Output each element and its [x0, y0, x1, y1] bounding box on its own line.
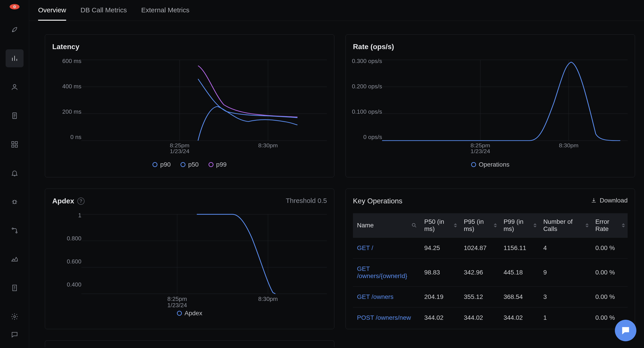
x-tick: 8:25pm	[170, 142, 190, 148]
y-tick: 600 ms	[50, 58, 82, 64]
x-tick: 1/23/24	[470, 148, 490, 154]
legend-item[interactable]: p50	[180, 161, 199, 168]
y-tick: 400 ms	[50, 83, 82, 90]
latency-y-axis: 600 ms 400 ms 200 ms 0 ns	[50, 58, 82, 140]
chat-fab-button[interactable]	[615, 320, 636, 341]
keyops-table: Name P50 (in ms) P95 (in ms) P99 (in ms)…	[353, 213, 628, 328]
x-tick: 1/23/24	[167, 302, 187, 309]
key-operations-card: Key Operations Download Name P50 (in ms)…	[346, 188, 635, 329]
sort-icon[interactable]	[533, 222, 537, 228]
legend-label: Operations	[479, 161, 510, 168]
sort-icon[interactable]	[493, 222, 497, 228]
col-label: P99 (in ms)	[504, 218, 524, 232]
cell-p99: 344.02	[500, 308, 539, 328]
cell-p95: 342.96	[460, 258, 499, 286]
cell-p50: 344.02	[420, 308, 460, 328]
help-icon[interactable]: ?	[77, 198, 84, 205]
rocket-icon[interactable]	[6, 21, 24, 38]
apdex-chart: 1 0.800 0.600 0.400	[52, 212, 327, 306]
col-name[interactable]: Name	[353, 213, 420, 238]
cell-p95: 1024.87	[460, 238, 499, 258]
svg-point-9	[12, 228, 13, 230]
download-button[interactable]: Download	[591, 197, 628, 204]
latency-plot-svg: 8:25pm 1/23/24 8:30pm	[82, 58, 327, 155]
x-tick: 8:25pm	[167, 296, 187, 302]
tab-external-metrics[interactable]: External Metrics	[141, 6, 190, 21]
legend-item[interactable]: p99	[208, 161, 227, 168]
user-icon[interactable]	[6, 78, 24, 96]
cell-p50: 98.83	[420, 258, 460, 286]
svg-point-10	[16, 232, 17, 233]
col-p50[interactable]: P50 (in ms)	[420, 213, 460, 238]
legend-marker-icon	[208, 162, 214, 167]
sort-icon[interactable]	[454, 222, 458, 228]
rate-legend: Operations	[353, 161, 628, 168]
legend-label: p50	[188, 161, 199, 168]
chat-icon[interactable]	[6, 326, 24, 344]
cell-p99: 368.54	[500, 286, 539, 308]
col-calls[interactable]: Number of Calls	[539, 213, 591, 238]
col-p95[interactable]: P95 (in ms)	[460, 213, 499, 238]
op-name-link[interactable]: GET /owners	[353, 286, 420, 308]
tab-db-call-metrics[interactable]: DB Call Metrics	[80, 6, 127, 21]
op-name-link[interactable]: GET /	[353, 238, 420, 258]
cell-p50: 94.25	[420, 238, 460, 258]
col-label: P95 (in ms)	[464, 218, 484, 232]
col-p99[interactable]: P99 (in ms)	[500, 213, 539, 238]
chat-bubble-icon	[620, 325, 631, 336]
y-tick: 0.200 ops/s	[351, 83, 382, 90]
search-icon[interactable]	[411, 222, 417, 228]
bug-icon[interactable]	[6, 193, 24, 211]
table-row: POST /owners/new 344.02 344.02 344.02 1 …	[353, 308, 628, 328]
cell-err: 0.00 %	[591, 258, 628, 286]
document-icon[interactable]	[6, 107, 24, 125]
apdex-plot-svg: 8:25pm 1/23/24 8:30pm	[82, 212, 327, 310]
legend-marker-icon	[471, 162, 476, 167]
op-name-link[interactable]: POST /owners/new	[353, 308, 420, 328]
rail-bottom-group	[6, 326, 24, 348]
cell-p99: 1156.11	[500, 238, 539, 258]
cell-calls: 4	[539, 238, 591, 258]
bell-icon[interactable]	[6, 164, 24, 182]
op-name-link[interactable]: GET /owners/{ownerId}	[353, 258, 420, 286]
main-column: Overview DB Call Metrics External Metric…	[29, 0, 644, 348]
svg-point-12	[14, 316, 16, 318]
legend-item[interactable]: Operations	[471, 161, 510, 168]
gear-icon[interactable]	[6, 308, 24, 326]
cell-p95: 344.02	[460, 308, 499, 328]
svg-rect-4	[12, 142, 14, 144]
apdex-legend: Apdex	[52, 310, 327, 317]
y-tick: 0 ns	[50, 134, 82, 140]
x-tick: 8:30pm	[258, 142, 278, 148]
y-tick: 0.800	[50, 235, 82, 242]
receipt-icon[interactable]	[6, 279, 24, 297]
y-tick: 0 ops/s	[351, 134, 382, 140]
rail-top-group	[6, 21, 24, 326]
y-tick: 200 ms	[50, 108, 82, 115]
y-tick: 0.300 ops/s	[351, 58, 382, 64]
legend-item[interactable]: p90	[152, 161, 171, 168]
x-tick: 1/23/24	[170, 148, 190, 154]
apdex-card: Apdex ? Threshold 0.5 1 0.800 0.600 0.40…	[45, 188, 334, 329]
legend-marker-icon	[177, 311, 182, 316]
legend-item[interactable]: Apdex	[177, 310, 202, 317]
sort-icon[interactable]	[585, 222, 589, 228]
col-label: Error Rate	[595, 218, 609, 232]
area-chart-icon[interactable]	[6, 250, 24, 268]
tab-bar: Overview DB Call Metrics External Metric…	[29, 0, 644, 21]
col-label: Number of Calls	[543, 218, 573, 232]
col-error-rate[interactable]: Error Rate	[591, 213, 628, 238]
svg-rect-5	[15, 142, 17, 144]
dashboard-icon[interactable]	[6, 136, 24, 153]
rate-title: Rate (ops/s)	[353, 42, 628, 51]
cell-calls: 1	[539, 308, 591, 328]
x-tick: 8:25pm	[470, 142, 490, 148]
sort-icon[interactable]	[621, 222, 626, 228]
next-card-stub	[45, 340, 334, 347]
tab-overview[interactable]: Overview	[38, 6, 66, 21]
app-logo[interactable]	[10, 4, 20, 10]
legend-marker-icon	[180, 162, 186, 167]
route-icon[interactable]	[6, 222, 24, 240]
svg-point-2	[13, 84, 16, 87]
bar-chart-icon[interactable]	[6, 49, 24, 67]
